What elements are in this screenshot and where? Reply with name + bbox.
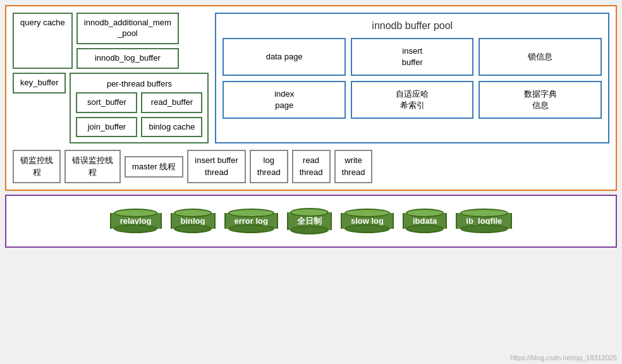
query-cache-box: query cache [13,13,73,69]
key-buffer-box: key_buffer [13,73,66,94]
innodb-grid: data page insertbuffer 锁信息 indexpage 自适应… [223,38,602,119]
sort-buffer-label: sort_buffer [87,97,126,107]
error-monitor-thread-label: 错误监控线程 [72,155,113,176]
read-buffer-label: read_buffer [151,97,193,107]
per-thread-grid: sort_buffer read_buffer join_buffer binl… [76,92,202,138]
insert-buffer-thread-label: insert bufferthread [195,155,238,176]
bottom-section: relaylog binlog error log 全日制 slow log i… [5,195,617,248]
read-thread-box: readthread [292,150,331,183]
full-day-item: 全日制 [287,203,332,239]
data-dict-label: 数据字典信息 [524,88,557,111]
lock-monitor-thread-label: 锁监控线程 [20,155,53,176]
top-boxes: query cache innodb_additional_mem_pool i… [13,13,209,69]
sort-buffer-box: sort_buffer [76,92,137,113]
innodb-title: innodb buffer pool [223,20,602,32]
innodb-log-buffer-label: innodb_log_buffer [95,53,161,63]
join-buffer-label: join_buffer [88,122,126,131]
innodb-addl-mem-label: innodb_additional_mem_pool [84,18,171,38]
adaptive-hash-cell: 自适应哈希索引 [351,81,474,119]
index-page-cell: indexpage [223,81,346,119]
read-thread-label: readthread [300,155,323,176]
data-page-cell: data page [223,38,346,76]
join-buffer-box: join_buffer [76,117,137,138]
relaylog-item: relaylog [110,204,162,238]
slow-log-item: slow log [341,204,394,238]
data-dict-cell: 数据字典信息 [479,81,602,119]
write-thread-box: writethread [334,150,373,183]
per-thread-title: per-thread buffers [76,79,202,88]
thread-row: 锁监控线程 错误监控线程 master 线程 insert bufferthre… [13,150,609,183]
log-thread-box: logthread [250,150,288,183]
left-panel: query cache innodb_additional_mem_pool i… [13,13,209,143]
index-page-label: indexpage [274,88,294,111]
key-buffer-label: key_buffer [20,78,58,87]
main-container: query cache innodb_additional_mem_pool i… [0,0,622,364]
innodb-buffer-pool-panel: innodb buffer pool data page insertbuffe… [215,13,609,143]
binlog-cache-label: binlog cache [149,122,195,131]
error-log-item: error log [224,204,278,238]
master-thread-box: master 线程 [125,156,183,178]
per-thread-section: per-thread buffers sort_buffer read_buff… [70,73,209,144]
insert-buffer-cell: insertbuffer [351,38,474,76]
adaptive-hash-label: 自适应哈希索引 [396,88,429,111]
innodb-log-buffer-box: innodb_log_buffer [76,48,179,69]
binlog-cache-box: binlog cache [141,117,202,138]
lock-monitor-thread-box: 锁监控线程 [13,150,61,183]
ib-logfile-item: ib_logfile [456,204,512,238]
watermark: https://blog.csdn.net/qq_18312025 [510,354,617,361]
read-buffer-box: read_buffer [141,92,202,113]
data-page-label: data page [266,51,303,63]
query-cache-label: query cache [20,18,65,27]
insert-buffer-label: insertbuffer [402,46,423,68]
top-section: query cache innodb_additional_mem_pool i… [5,5,617,191]
lock-info-cell: 锁信息 [479,38,602,76]
write-thread-label: writethread [342,155,365,176]
binlog-item: binlog [171,204,216,238]
lock-info-label: 锁信息 [528,51,552,63]
ibdata-item: ibdata [403,204,447,238]
innodb-addl-mem-box: innodb_additional_mem_pool [76,13,179,44]
log-thread-label: logthread [257,155,281,176]
insert-buffer-thread-box: insert bufferthread [187,150,245,183]
error-monitor-thread-box: 错误监控线程 [64,150,121,183]
master-thread-label: master 线程 [132,162,176,171]
